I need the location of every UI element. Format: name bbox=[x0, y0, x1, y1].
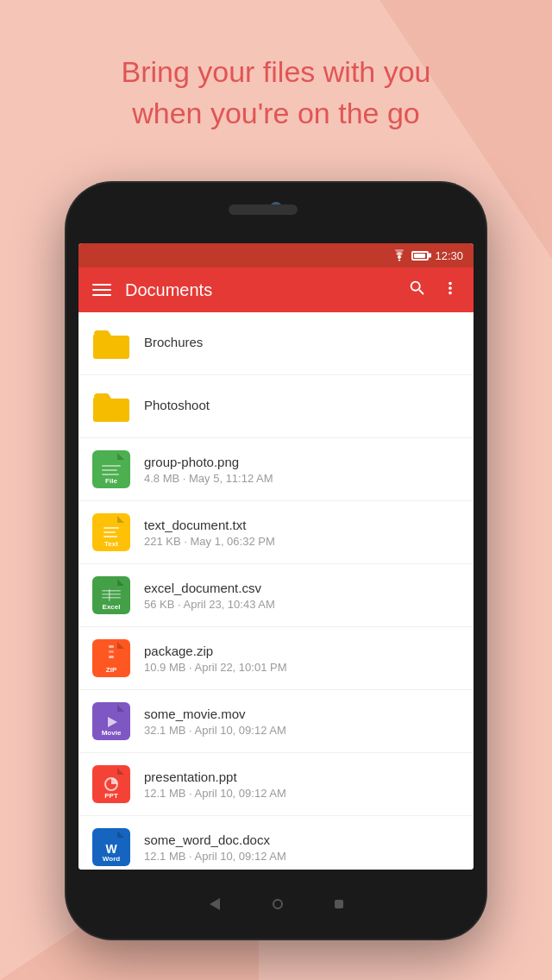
file-meta: 12.1 MB · April 10, 09:12 AM bbox=[144, 850, 460, 863]
header-section: Bring your files with you when you're on… bbox=[0, 0, 552, 160]
file-info: package.zip 10.9 MB · April 22, 10:01 PM bbox=[144, 644, 460, 674]
folder-icon bbox=[92, 387, 130, 425]
svg-rect-5 bbox=[104, 527, 119, 529]
tagline: Bring your files with you when you're on… bbox=[69, 52, 483, 134]
list-item[interactable]: Excel excel_document.csv 56 KB · April 2… bbox=[78, 564, 474, 627]
file-name: package.zip bbox=[144, 644, 460, 658]
file-list: Brochures Photoshoot bbox=[78, 312, 474, 870]
list-item[interactable]: ZIP package.zip 10.9 MB · April 22, 10:0… bbox=[78, 627, 474, 690]
file-type-icon-png: File bbox=[92, 450, 130, 488]
phone-speaker bbox=[229, 204, 298, 215]
more-options-button[interactable] bbox=[441, 279, 460, 302]
file-name: excel_document.csv bbox=[144, 581, 460, 595]
svg-rect-14 bbox=[109, 645, 114, 648]
file-info: Brochures bbox=[144, 335, 460, 352]
file-type-icon-mov: Movie bbox=[92, 702, 130, 740]
hamburger-menu-button[interactable] bbox=[92, 284, 111, 296]
recents-button[interactable] bbox=[335, 900, 343, 908]
list-item[interactable]: Movie some_movie.mov 32.1 MB · April 10,… bbox=[78, 690, 474, 753]
list-item[interactable]: Photoshoot bbox=[78, 375, 474, 438]
list-item[interactable]: Brochures bbox=[78, 312, 474, 375]
file-meta: 32.1 MB · April 10, 09:12 AM bbox=[144, 724, 460, 737]
file-info: some_word_doc.docx 12.1 MB · April 10, 0… bbox=[144, 832, 460, 863]
list-item[interactable]: Text text_document.txt 221 KB · May 1, 0… bbox=[78, 501, 474, 564]
svg-rect-2 bbox=[102, 469, 117, 471]
home-button[interactable] bbox=[273, 899, 283, 909]
svg-rect-10 bbox=[102, 594, 121, 595]
file-meta: 10.9 MB · April 22, 10:01 PM bbox=[144, 661, 460, 674]
file-info: excel_document.csv 56 KB · April 23, 10:… bbox=[144, 581, 460, 611]
svg-rect-16 bbox=[109, 656, 114, 658]
file-info: group-photo.png 4.8 MB · May 5, 11:12 AM bbox=[144, 455, 460, 485]
file-name: Photoshoot bbox=[144, 398, 460, 412]
wifi-icon bbox=[392, 249, 407, 261]
file-name: some_movie.mov bbox=[144, 707, 460, 721]
svg-rect-12 bbox=[109, 589, 110, 601]
svg-rect-15 bbox=[109, 650, 114, 653]
folder-icon bbox=[92, 324, 130, 362]
list-item[interactable]: File group-photo.png 4.8 MB · May 5, 11:… bbox=[78, 438, 474, 501]
file-meta: 12.1 MB · April 10, 09:12 AM bbox=[144, 787, 460, 800]
file-info: some_movie.mov 32.1 MB · April 10, 09:12… bbox=[144, 707, 460, 737]
status-bar: 12:30 bbox=[78, 243, 474, 267]
list-item[interactable]: PPT presentation.ppt 12.1 MB · April 10,… bbox=[78, 753, 474, 816]
phone-screen: 12:30 Documents bbox=[78, 243, 474, 870]
svg-rect-7 bbox=[104, 536, 117, 537]
file-type-icon-txt: Text bbox=[92, 513, 130, 551]
file-type-icon-docx: W Word bbox=[92, 828, 130, 866]
app-title: Documents bbox=[125, 280, 394, 300]
svg-rect-6 bbox=[104, 531, 116, 533]
battery-icon bbox=[411, 251, 429, 261]
svg-rect-1 bbox=[102, 465, 121, 467]
list-item[interactable]: W Word some_word_doc.docx 12.1 MB · Apri… bbox=[78, 816, 474, 870]
phone-mockup: 12:30 Documents bbox=[65, 181, 487, 940]
svg-text:W: W bbox=[105, 842, 117, 856]
app-bar: Documents bbox=[78, 267, 474, 312]
file-info: text_document.txt 221 KB · May 1, 06:32 … bbox=[144, 518, 460, 548]
file-name: Brochures bbox=[144, 335, 460, 349]
file-meta: 56 KB · April 23, 10:43 AM bbox=[144, 598, 460, 611]
search-button[interactable] bbox=[408, 279, 427, 302]
svg-rect-9 bbox=[102, 590, 121, 592]
svg-rect-3 bbox=[102, 474, 119, 475]
file-meta: 4.8 MB · May 5, 11:12 AM bbox=[144, 472, 460, 485]
file-name: some_word_doc.docx bbox=[144, 832, 460, 847]
file-meta: 221 KB · May 1, 06:32 PM bbox=[144, 535, 460, 548]
status-time: 12:30 bbox=[435, 249, 463, 262]
file-info: Photoshoot bbox=[144, 398, 460, 415]
file-info: presentation.ppt 12.1 MB · April 10, 09:… bbox=[144, 770, 460, 800]
svg-rect-11 bbox=[102, 597, 121, 599]
app-bar-actions bbox=[408, 279, 460, 302]
back-button[interactable] bbox=[210, 898, 220, 910]
file-name: text_document.txt bbox=[144, 518, 460, 532]
file-type-icon-csv: Excel bbox=[92, 576, 130, 614]
phone-navigation-bar bbox=[66, 870, 486, 939]
file-type-icon-ppt: PPT bbox=[92, 765, 130, 803]
file-type-icon-zip: ZIP bbox=[92, 639, 130, 677]
file-name: group-photo.png bbox=[144, 455, 460, 469]
file-name: presentation.ppt bbox=[144, 770, 460, 784]
